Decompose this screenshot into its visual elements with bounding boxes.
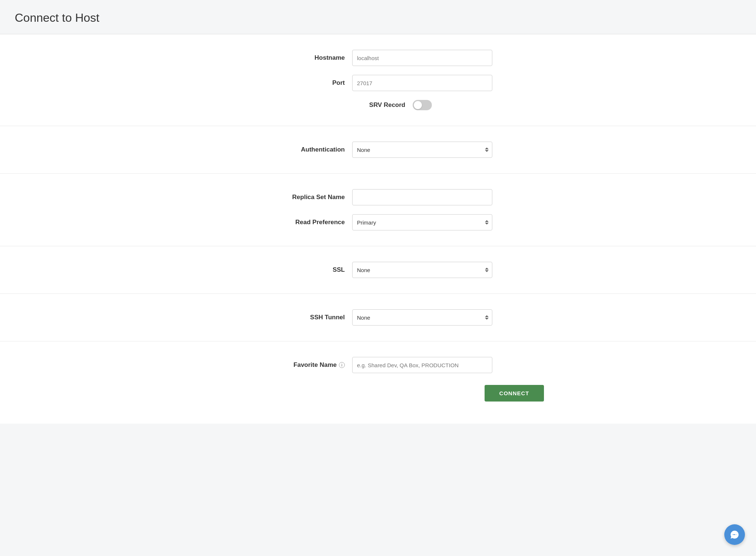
favorite-name-text: Favorite Name <box>294 361 337 369</box>
hostname-label: Hostname <box>264 54 345 62</box>
connect-button[interactable]: CONNECT <box>485 385 544 402</box>
read-preference-select[interactable]: Primary Primary Preferred Secondary Seco… <box>352 214 492 230</box>
ssh-tunnel-select-wrapper: None Use Password Use Identity File <box>352 309 492 326</box>
form-content: Hostname Port SRV Record Authentication … <box>0 34 756 424</box>
port-label: Port <box>264 79 345 87</box>
ssh-section: SSH Tunnel None Use Password Use Identit… <box>0 294 756 341</box>
read-preference-label: Read Preference <box>264 219 345 226</box>
connection-section: Hostname Port SRV Record <box>0 34 756 126</box>
favorite-section: Favorite Name i CONNECT <box>0 341 756 424</box>
srv-record-toggle[interactable] <box>413 100 432 110</box>
srv-record-label: SRV Record <box>324 101 405 109</box>
page-header: Connect to Host <box>0 0 756 34</box>
port-input[interactable] <box>352 75 492 91</box>
replica-set-name-input[interactable] <box>352 189 492 205</box>
page-title: Connect to Host <box>15 11 741 25</box>
ssl-row: SSL None System CA / Atlas Deployment Se… <box>212 257 544 282</box>
ssh-tunnel-label: SSH Tunnel <box>264 314 345 321</box>
chat-widget[interactable] <box>724 524 745 545</box>
chat-icon <box>730 530 739 539</box>
authentication-select[interactable]: None Username / Password SCRAM-SHA-256 M… <box>352 142 492 158</box>
ssh-tunnel-select[interactable]: None Use Password Use Identity File <box>352 309 492 326</box>
favorite-name-input[interactable] <box>352 357 492 373</box>
port-row: Port <box>212 70 544 95</box>
authentication-row: Authentication None Username / Password … <box>212 137 544 162</box>
hostname-input[interactable] <box>352 50 492 66</box>
replica-section: Replica Set Name Read Preference Primary… <box>0 174 756 246</box>
ssl-section: SSL None System CA / Atlas Deployment Se… <box>0 246 756 294</box>
replica-set-name-row: Replica Set Name <box>212 185 544 210</box>
favorite-name-label-wrapper: Favorite Name i <box>264 361 345 369</box>
button-row: CONNECT <box>212 378 544 413</box>
favorite-name-row: Favorite Name i <box>212 352 544 378</box>
ssl-select[interactable]: None System CA / Atlas Deployment Server… <box>352 262 492 278</box>
toggle-slider <box>413 100 432 110</box>
ssl-select-wrapper: None System CA / Atlas Deployment Server… <box>352 262 492 278</box>
ssl-label: SSL <box>264 266 345 274</box>
favorite-name-label: Favorite Name i <box>264 361 345 369</box>
authentication-section: Authentication None Username / Password … <box>0 126 756 174</box>
ssh-tunnel-row: SSH Tunnel None Use Password Use Identit… <box>212 305 544 330</box>
authentication-select-wrapper: None Username / Password SCRAM-SHA-256 M… <box>352 142 492 158</box>
read-preference-row: Read Preference Primary Primary Preferre… <box>212 210 544 235</box>
srv-record-row: SRV Record <box>212 95 544 115</box>
hostname-row: Hostname <box>212 45 544 70</box>
info-icon[interactable]: i <box>339 362 345 368</box>
authentication-label: Authentication <box>264 146 345 153</box>
replica-set-name-label: Replica Set Name <box>264 194 345 201</box>
read-preference-select-wrapper: Primary Primary Preferred Secondary Seco… <box>352 214 492 230</box>
